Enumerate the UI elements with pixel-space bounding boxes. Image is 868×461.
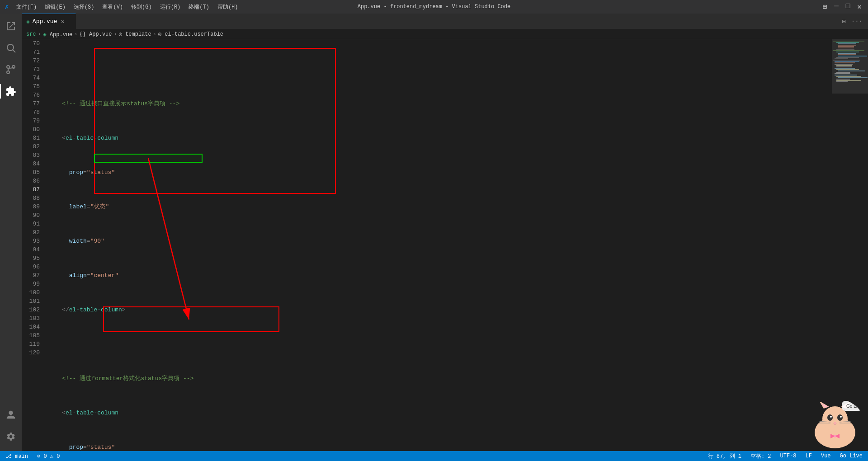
- warning-count: 0: [57, 453, 60, 460]
- code-line-78: [44, 340, 832, 348]
- code-line-75: width="90": [44, 237, 832, 245]
- ln-75: 75: [22, 82, 40, 91]
- eol[interactable]: LF: [804, 453, 814, 459]
- window-maximize-button[interactable]: □: [844, 2, 852, 11]
- tabs-bar: ◈ App.vue ✕ ⊟ ···: [22, 14, 868, 29]
- breadcrumb-vue-icon: ◈: [43, 31, 47, 38]
- menu-view[interactable]: 查看(V): [99, 2, 127, 12]
- menu-run[interactable]: 运行(R): [156, 2, 184, 12]
- svg-point-3: [7, 71, 9, 74]
- breadcrumb-sep-3: ›: [113, 31, 117, 38]
- editor-area: ◈ App.vue ✕ ⊟ ··· src › ◈ App.vue › {} A…: [22, 14, 868, 451]
- code-lines: <!-- 通过接口直接展示status字典项 --> <el-table-col…: [44, 39, 832, 451]
- branch-name: main: [15, 453, 28, 460]
- svg-point-16: [840, 416, 842, 418]
- breadcrumb-eltable[interactable]: ◎ el-table.userTable: [158, 31, 223, 38]
- split-editor-icon[interactable]: ⊟: [840, 17, 847, 26]
- activity-settings-icon[interactable]: [0, 426, 22, 447]
- tabs-right-actions: ⊟ ···: [840, 14, 868, 29]
- code-line-71: <!-- 通过接口直接展示status字典项 -->: [44, 99, 832, 108]
- vscode-icon: ✗: [5, 2, 9, 11]
- ln-86: 86: [22, 177, 40, 185]
- editor-content: 70 71 72 73 74 75 76 77 78 79 80 81 82 8…: [22, 39, 868, 451]
- title-bar-left: ✗ 文件(F) 编辑(E) 选择(S) 查看(V) 转到(G) 运行(R) 终端…: [5, 2, 242, 12]
- menu-terminal[interactable]: 终端(T): [185, 2, 213, 12]
- code-line-81: prop="status": [44, 443, 832, 451]
- breadcrumb-src[interactable]: src: [26, 31, 36, 38]
- indentation[interactable]: 空格: 2: [749, 452, 773, 460]
- code-line-73: prop="status": [44, 168, 832, 177]
- menu-select[interactable]: 选择(S): [70, 2, 98, 12]
- ln-101: 101: [22, 297, 40, 306]
- activity-search-icon[interactable]: [0, 37, 22, 59]
- breadcrumb: src › ◈ App.vue › {} App.vue › ◎ templat…: [22, 29, 868, 39]
- language-mode[interactable]: Vue: [819, 453, 833, 459]
- ln-99: 99: [22, 280, 40, 288]
- status-left: ⎇ main ⊗ 0 ⚠ 0: [4, 453, 62, 460]
- main-layout: ◈ App.vue ✕ ⊟ ··· src › ◈ App.vue › {} A…: [0, 14, 868, 451]
- code-line-80: <el-table-column: [44, 409, 832, 417]
- ln-77: 77: [22, 99, 40, 108]
- window-minimize-button[interactable]: ─: [832, 2, 840, 11]
- ln-71: 71: [22, 48, 40, 56]
- activity-account-icon[interactable]: [0, 404, 22, 426]
- menu-edit[interactable]: 编辑(E): [41, 2, 69, 12]
- ln-97: 97: [22, 271, 40, 280]
- ln-81: 81: [22, 134, 40, 142]
- ln-119: 119: [22, 340, 40, 348]
- ln-79: 79: [22, 117, 40, 125]
- ln-85: 85: [22, 168, 40, 177]
- ln-80: 80: [22, 125, 40, 134]
- tab-app-vue[interactable]: ◈ App.vue ✕: [22, 14, 76, 29]
- window-controls[interactable]: ⊞ ─ □ ✕: [821, 2, 864, 11]
- ln-120: 120: [22, 348, 40, 357]
- menu-help[interactable]: 帮助(H): [214, 2, 242, 12]
- ln-88: 88: [22, 194, 40, 202]
- encoding[interactable]: UTF-8: [778, 453, 798, 459]
- breadcrumb-vue-file[interactable]: ◈ App.vue: [43, 31, 72, 38]
- warning-icon: ⚠: [50, 453, 57, 460]
- window-close-button[interactable]: ✕: [855, 2, 863, 11]
- ln-74: 74: [22, 74, 40, 82]
- code-line-76: align="center": [44, 271, 832, 280]
- ln-87: 87: [22, 185, 40, 194]
- git-branch-button[interactable]: ⎇ main: [4, 453, 30, 460]
- menu-file[interactable]: 文件(F): [13, 2, 41, 12]
- ln-90: 90: [22, 211, 40, 220]
- code-line-77: </el-table-column>: [44, 306, 832, 314]
- breadcrumb-template[interactable]: ◎ template: [119, 31, 151, 38]
- tab-close-button[interactable]: ✕: [60, 17, 65, 26]
- activity-bar: [0, 14, 22, 451]
- go-live-button[interactable]: Go Live: [838, 453, 864, 459]
- ln-92: 92: [22, 228, 40, 237]
- ln-96: 96: [22, 263, 40, 271]
- code-area[interactable]: <!-- 通过接口直接展示status字典项 --> <el-table-col…: [44, 39, 832, 451]
- activity-bar-bottom: [0, 404, 22, 451]
- code-line-72: <el-table-column: [44, 134, 832, 142]
- more-actions-icon[interactable]: ···: [849, 17, 864, 26]
- git-icon: ⎇: [5, 453, 15, 460]
- activity-explorer-icon[interactable]: [0, 15, 22, 37]
- activity-extensions-icon[interactable]: [0, 80, 22, 102]
- comment-71: <!-- 通过接口直接展示status字典项 -->: [48, 99, 179, 108]
- cursor-position[interactable]: 行 87, 列 1: [706, 452, 743, 460]
- errors-button[interactable]: ⊗ 0 ⚠ 0: [35, 453, 61, 460]
- status-right: 行 87, 列 1 空格: 2 UTF-8 LF Vue Go Live: [706, 452, 864, 460]
- activity-scm-icon[interactable]: [0, 59, 22, 80]
- ln-76: 76: [22, 91, 40, 99]
- window-layout-icon[interactable]: ⊞: [821, 2, 829, 11]
- svg-point-15: [830, 416, 832, 418]
- ln-73: 73: [22, 65, 40, 74]
- menu-goto[interactable]: 转到(G): [127, 2, 156, 12]
- ln-82: 82: [22, 142, 40, 151]
- breadcrumb-appvue[interactable]: {} App.vue: [79, 31, 112, 38]
- ln-95: 95: [22, 254, 40, 263]
- breadcrumb-sep-1: ›: [38, 31, 41, 38]
- ln-105: 105: [22, 331, 40, 340]
- svg-point-13: [827, 414, 833, 421]
- title-bar-menu[interactable]: 文件(F) 编辑(E) 选择(S) 查看(V) 转到(G) 运行(R) 终端(T…: [13, 2, 242, 12]
- ln-102: 102: [22, 306, 40, 314]
- ln-100: 100: [22, 288, 40, 297]
- ln-103: 103: [22, 314, 40, 323]
- title-bar: ✗ 文件(F) 编辑(E) 选择(S) 查看(V) 转到(G) 运行(R) 终端…: [0, 0, 868, 14]
